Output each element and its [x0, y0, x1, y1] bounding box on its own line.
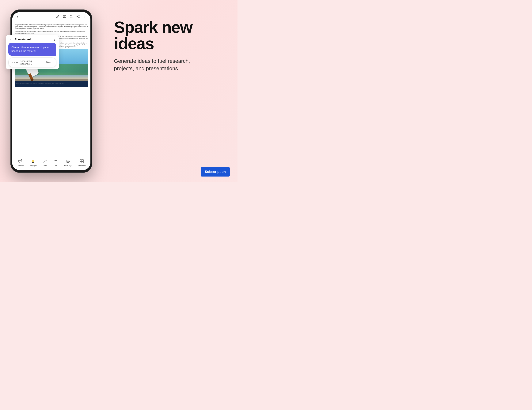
toolbar-comment[interactable]: Comment: [17, 159, 24, 166]
ai-panel-header-left: × AI Assistant: [8, 37, 31, 41]
topbar-right: [56, 15, 87, 19]
svg-point-7: [77, 16, 77, 17]
toolbar-draw[interactable]: Draw: [43, 159, 48, 166]
highlight-tool-icon: [31, 159, 36, 164]
toolbar-more-tools[interactable]: More tools: [78, 159, 86, 166]
more-tools-icon: [79, 159, 84, 164]
topbar-left: [16, 15, 20, 19]
svg-rect-22: [32, 162, 34, 163]
svg-rect-31: [80, 162, 82, 163]
pdf-footer-text: PICKLEBALL UNVEILED: PICKLEBALL'S EVOLUT…: [16, 83, 64, 84]
ink-icon[interactable]: [56, 15, 60, 19]
user-message-bubble: Give an idea for a research paper based …: [8, 43, 56, 56]
svg-point-12: [85, 16, 85, 17]
search-icon[interactable]: [69, 15, 73, 19]
ai-title: AI Assistant: [14, 37, 31, 41]
generating-bar: Generating response... Stop: [8, 57, 56, 67]
toolbar-text[interactable]: Text: [53, 159, 58, 166]
svg-point-0: [58, 15, 59, 16]
svg-rect-30: [82, 160, 84, 161]
generating-text: Generating response...: [19, 60, 44, 65]
pdf-topbar: [12, 12, 90, 21]
fill-sign-label: Fill & Sign: [64, 164, 72, 166]
draw-tool-icon: [43, 159, 48, 164]
stop-button[interactable]: Stop: [44, 60, 53, 64]
svg-rect-3: [64, 17, 65, 17]
svg-rect-2: [64, 16, 65, 17]
subscription-badge[interactable]: Subscription: [201, 167, 230, 176]
comment-label: Comment: [17, 164, 24, 166]
comment-tool-icon: [18, 159, 23, 164]
svg-point-8: [79, 17, 79, 18]
dot-2: [14, 62, 15, 63]
svg-line-9: [77, 16, 79, 17]
svg-rect-26: [67, 160, 69, 163]
svg-point-11: [85, 15, 85, 16]
svg-point-23: [46, 160, 47, 161]
phone-frame: Compared to badminton, pickleball shares…: [10, 9, 92, 173]
pdf-paragraph-2: evident when comparing it to traditional…: [15, 31, 88, 34]
hero-headline: Spark new ideas: [114, 19, 228, 52]
generating-left: Generating response...: [12, 60, 44, 65]
dot-1: [12, 62, 13, 63]
svg-line-5: [72, 17, 73, 18]
user-message-text: Give an idea for a research paper based …: [11, 46, 50, 52]
headline-line2: ideas: [114, 35, 228, 52]
loading-dots: [12, 62, 18, 63]
svg-rect-32: [82, 162, 84, 163]
text-label: Text: [54, 164, 57, 166]
ai-panel-header: × AI Assistant ⋮: [8, 37, 56, 41]
ai-more-button[interactable]: ⋮: [53, 37, 56, 41]
ai-assistant-panel: × AI Assistant ⋮ Give an idea for a rese…: [6, 35, 59, 69]
phone-mockup: Compared to badminton, pickleball shares…: [10, 9, 92, 173]
text-tool-icon: [53, 159, 58, 164]
pdf-bottom-toolbar: Comment Highlight: [12, 155, 90, 170]
back-button[interactable]: [16, 15, 20, 19]
comment-icon[interactable]: [62, 15, 66, 19]
highlight-label: Highlight: [30, 164, 37, 166]
dot-3: [16, 62, 18, 63]
hero-content: Spark new ideas Generate ideas to fuel r…: [114, 19, 228, 72]
more-tools-label: More tools: [78, 164, 86, 166]
ai-close-button[interactable]: ×: [8, 37, 12, 41]
svg-point-6: [79, 15, 79, 16]
headline-line1: Spark new: [114, 19, 228, 35]
hero-subtext: Generate ideas to fuel research,projects…: [114, 57, 228, 72]
more-icon[interactable]: [83, 15, 87, 19]
fill-sign-tool-icon: [66, 159, 71, 164]
toolbar-highlight[interactable]: Highlight: [30, 159, 37, 166]
share-icon[interactable]: [76, 15, 80, 19]
draw-label: Draw: [43, 164, 47, 166]
svg-rect-29: [80, 160, 82, 161]
toolbar-fill-sign[interactable]: Fill & Sign: [64, 159, 72, 166]
pdf-paragraph-1: Compared to badminton, pickleball shares…: [15, 24, 88, 29]
pdf-footer-bar: PICKLEBALL UNVEILED: PICKLEBALL'S EVOLUT…: [15, 81, 88, 87]
svg-line-10: [77, 17, 79, 18]
svg-point-13: [85, 17, 85, 18]
